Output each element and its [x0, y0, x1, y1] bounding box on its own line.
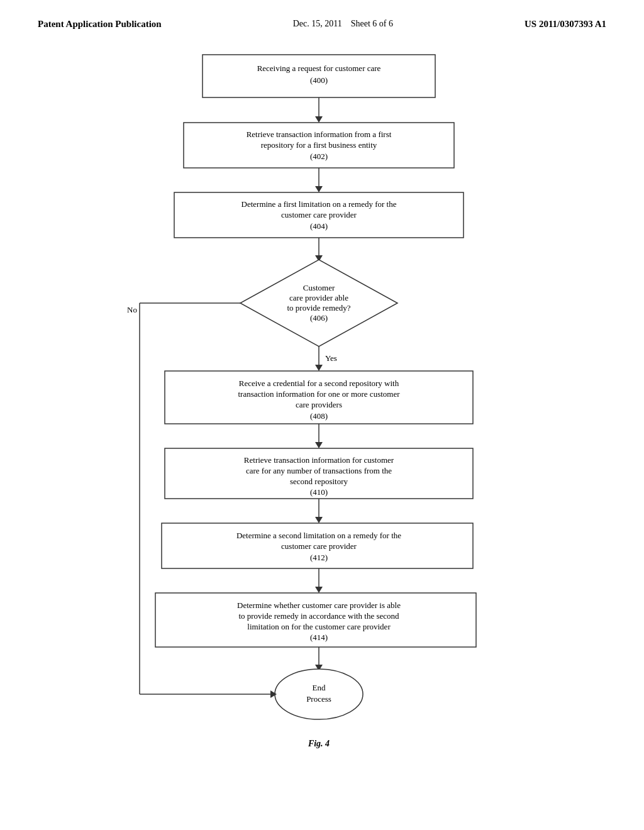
- node-410-text-line4: (410): [310, 487, 328, 497]
- header-sheet: Sheet 6 of 6: [351, 19, 393, 28]
- node-end-text-line1: End: [313, 683, 326, 692]
- node-end-text-line2: Process: [306, 694, 331, 704]
- figure-caption: Fig. 4: [308, 739, 330, 748]
- node-406-text-line3: to provide remedy?: [287, 303, 350, 313]
- node-412-text-line1: Determine a second limitation on a remed…: [236, 531, 401, 540]
- node-408-text-line3: care providers: [296, 400, 342, 409]
- node-400-text-line1: Receiving a request for customer care: [257, 64, 381, 73]
- node-414-text-line2: to provide remedy in accordance with the…: [238, 611, 399, 621]
- arrow-1-head: [315, 116, 323, 123]
- header-right: US 2011/0307393 A1: [525, 19, 606, 30]
- arrow-5-head: [315, 442, 323, 448]
- node-404-text-line2: customer care provider: [281, 210, 357, 219]
- node-412-text-line3: (412): [310, 553, 328, 562]
- arrow-2-head: [315, 186, 323, 192]
- node-408-text-line1: Receive a credential for a second reposi…: [239, 379, 399, 388]
- header-date: Dec. 15, 2011: [293, 19, 342, 28]
- node-410-text-line3: second repository: [290, 477, 348, 486]
- node-414-text-line4: (414): [310, 633, 328, 642]
- flowchart-diagram: Receiving a request for customer care (4…: [39, 48, 605, 803]
- node-412-text-line2: customer care provider: [281, 541, 357, 551]
- node-400-text-line2: (400): [310, 75, 328, 85]
- header: Patent Application Publication Dec. 15, …: [0, 0, 644, 42]
- node-402-text-line2: repository for a first business entity: [261, 140, 377, 150]
- node-402-text-line1: Retrieve transaction information from a …: [247, 130, 392, 139]
- node-414-text-line1: Determine whether customer care provider…: [237, 600, 401, 610]
- node-402-text-line3: (402): [310, 152, 328, 161]
- node-404-text-line1: Determine a first limitation on a remedy…: [242, 199, 397, 209]
- arrow-yes-head: [315, 365, 323, 371]
- node-406-text-line1: Customer: [303, 283, 335, 292]
- yes-label: Yes: [325, 353, 337, 363]
- node-406-text-line2: care provider able: [289, 293, 348, 302]
- header-center: Dec. 15, 2011 Sheet 6 of 6: [293, 19, 393, 29]
- arrow-7-head: [315, 587, 323, 593]
- node-410-text-line1: Retrieve transaction information for cus…: [244, 455, 394, 465]
- header-left: Patent Application Publication: [38, 19, 162, 30]
- node-406-text-line4: (406): [310, 313, 328, 323]
- node-410-text-line2: care for any number of transactions from…: [246, 466, 392, 475]
- no-label: No: [127, 305, 137, 314]
- node-408-text-line4: (408): [310, 411, 328, 421]
- page: Patent Application Publication Dec. 15, …: [0, 0, 644, 830]
- arrow-6-head: [315, 517, 323, 523]
- node-408-text-line2: transaction information for one or more …: [238, 389, 400, 399]
- node-414-text-line3: limitation on for the customer care prov…: [247, 622, 391, 631]
- node-404-text-line3: (404): [310, 221, 328, 231]
